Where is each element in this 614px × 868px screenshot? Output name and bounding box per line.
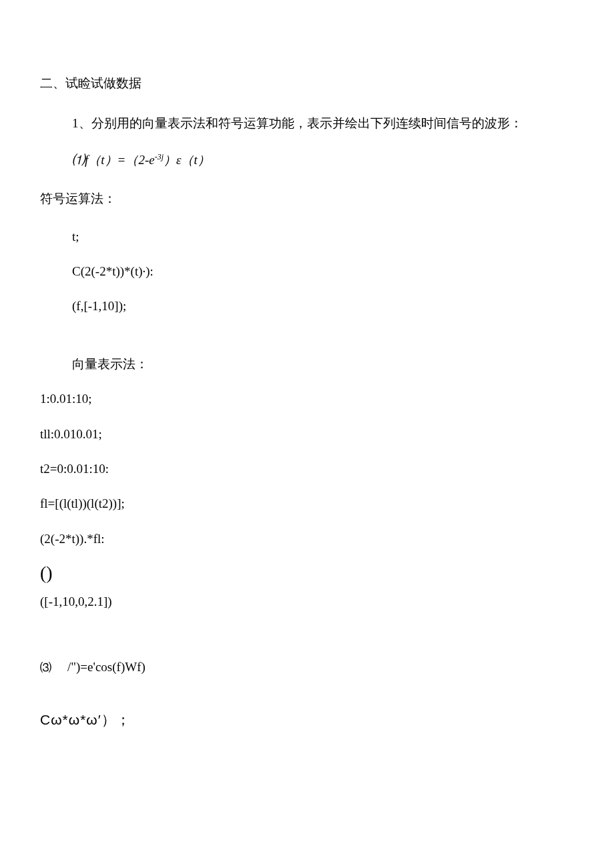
vector-line-6: (): [40, 564, 574, 582]
vector-line-1: 1:0.01:10;: [40, 389, 574, 409]
vector-line-4: fl=[(l(tl))(l(t2))];: [40, 494, 574, 514]
greek-expression: Cω*ω*ω′）；: [40, 709, 574, 731]
document-page: 二、试睑试做数据 1、分别用的向量表示法和符号运算功能，表示并绘出下列连续时间信…: [0, 0, 614, 785]
formula-suffix: ）ε（t）: [164, 153, 210, 167]
item-3-number: ⑶: [40, 659, 51, 677]
item-3-body: /")=e'cos(f)Wf): [67, 660, 145, 674]
symbolic-line-2: C(2(-2*t))*(t)·):: [40, 262, 574, 282]
formula-line: ⑴f（t）=（2-e-3j）ε（t）: [40, 150, 574, 170]
vector-line-3: t2=0:0.01:10:: [40, 459, 574, 479]
vector-line-2: tll:0.010.01;: [40, 424, 574, 444]
vector-line-7: ([-1,10,0,2.1]): [40, 592, 574, 612]
spacer-2: [40, 626, 574, 649]
formula-prefix: ⑴f（t）=（2-e: [72, 153, 155, 167]
formula-exponent: -3j: [155, 151, 164, 161]
symbolic-line-3: (f,[-1,10]);: [40, 296, 574, 316]
spacer: [40, 332, 574, 354]
symbolic-line-1: t;: [40, 227, 574, 247]
vector-line-5: (2(-2*t)).*fl:: [40, 529, 574, 549]
question-1-intro: 1、分别用的向量表示法和符号运算功能，表示并绘出下列连续时间信号的波形：: [40, 113, 574, 133]
symbolic-method-label: 符号运算法：: [40, 189, 574, 209]
section-title: 二、试睑试做数据: [40, 73, 574, 93]
vector-method-label: 向量表示法：: [40, 354, 574, 374]
item-3: ⑶/")=e'cos(f)Wf): [40, 657, 574, 677]
